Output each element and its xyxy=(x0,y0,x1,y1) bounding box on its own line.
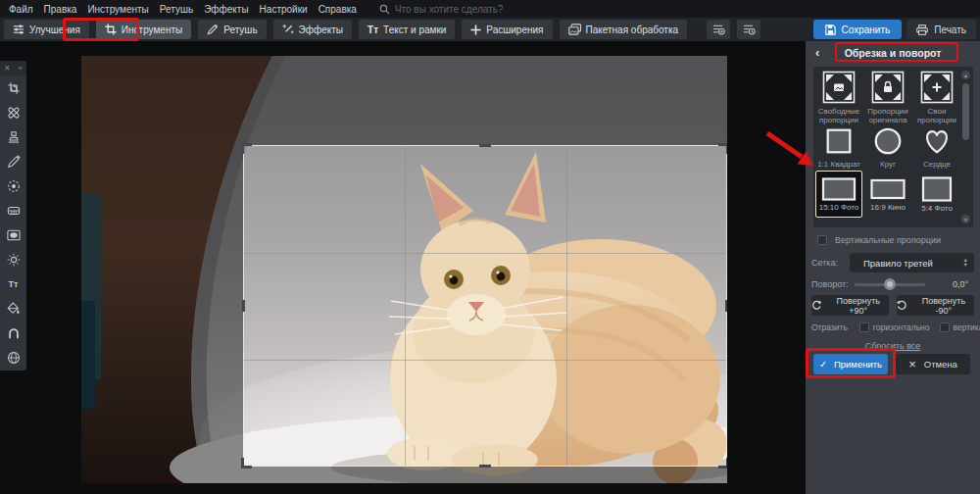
crop-handle-bottom-left[interactable] xyxy=(241,458,252,469)
scroll-thumb[interactable] xyxy=(962,83,969,140)
main-toolbar: Улучшения Инструменты Ретушь Эффекты Tт … xyxy=(0,18,980,41)
crop-icon xyxy=(105,24,117,35)
menu-effects[interactable]: Эффекты xyxy=(204,4,248,15)
tab-batch-processing[interactable]: Пакетная обработка xyxy=(560,20,688,39)
tool-text[interactable]: Tт xyxy=(0,272,26,296)
tool-brush[interactable] xyxy=(0,149,26,173)
preset-square[interactable]: 1:1 Квадрат xyxy=(814,125,863,171)
tool-red-eye[interactable] xyxy=(0,173,26,198)
preset-free-ratio[interactable]: Свободные пропорции xyxy=(814,71,863,125)
presets-add-icon xyxy=(712,24,725,35)
sidebar-header: ✕ « xyxy=(0,61,26,75)
crop-handle-top[interactable] xyxy=(479,144,491,147)
photo-canvas xyxy=(81,56,727,483)
preset-16-9-cinema[interactable]: 16:9 Кино xyxy=(864,171,911,218)
menu-tools[interactable]: Инструменты xyxy=(87,4,148,15)
rotate-cw-button[interactable]: Повернуть +90° xyxy=(811,295,889,316)
presets-add-icon-button[interactable] xyxy=(707,20,730,39)
circle-icon xyxy=(872,125,904,157)
tab-text-frames[interactable]: Tт Текст и рамки xyxy=(359,20,455,39)
flip-vertical-checkbox[interactable] xyxy=(940,322,950,332)
apply-button[interactable]: ✓ Применить xyxy=(813,354,888,374)
crop-handle-top-right[interactable] xyxy=(718,143,727,154)
tool-vignette[interactable] xyxy=(0,222,26,247)
red-eye-icon xyxy=(7,179,21,193)
presets-scrollbar[interactable]: ▲ ▼ xyxy=(961,71,970,223)
tab-label: Расширения xyxy=(486,25,543,35)
preset-custom-ratio[interactable]: Свои пропорции xyxy=(912,71,961,125)
brush-icon xyxy=(7,155,21,169)
brightness-icon xyxy=(7,253,21,267)
save-button[interactable]: Сохранить xyxy=(813,20,903,39)
tool-crop-rotate[interactable] xyxy=(0,75,26,100)
apply-label: Применить xyxy=(834,359,882,370)
collapse-icon[interactable]: « xyxy=(19,65,23,73)
crop-handle-top-left[interactable] xyxy=(241,143,252,154)
tab-retouch[interactable]: Ретушь xyxy=(198,20,266,39)
presets-history-icon-button[interactable] xyxy=(737,20,760,39)
tab-tools[interactable]: Инструменты xyxy=(96,20,191,39)
preset-5-4-photo[interactable]: 5:4 Фото xyxy=(913,171,960,218)
tools-sidebar: ✕ « Tт xyxy=(0,61,26,370)
menu-edit[interactable]: Правка xyxy=(44,4,77,15)
preset-label: Свободные пропорции xyxy=(814,107,863,124)
rect-16-9-icon xyxy=(870,177,906,201)
menu-retouch[interactable]: Ретушь xyxy=(160,4,193,15)
print-button[interactable]: Печать xyxy=(906,20,976,39)
grid-select[interactable]: Правило третей ▲▼ xyxy=(850,253,974,272)
menu-bar: Файл Правка Инструменты Ретушь Эффекты Н… xyxy=(0,0,980,18)
close-icon[interactable]: ✕ xyxy=(4,65,11,73)
flip-horizontal-checkbox[interactable] xyxy=(859,322,869,332)
menu-help[interactable]: Справка xyxy=(318,4,357,15)
tool-teeth-whitening[interactable] xyxy=(0,198,26,222)
preset-15-10-photo[interactable]: 15:10 Фото xyxy=(815,171,862,218)
tool-fill-bucket[interactable] xyxy=(0,296,26,321)
crop-selection[interactable] xyxy=(243,145,727,467)
plus-icon xyxy=(470,25,481,35)
crop-handle-bottom[interactable] xyxy=(479,465,491,468)
menu-settings[interactable]: Настройки xyxy=(260,4,308,15)
tool-clone-stamp[interactable] xyxy=(0,124,26,149)
grid-label: Сетка: xyxy=(811,258,838,268)
tab-label: Инструменты xyxy=(122,25,182,35)
tab-extensions[interactable]: Расширения xyxy=(462,20,552,39)
preset-original-ratio[interactable]: Пропорции оригинала xyxy=(863,71,912,125)
scroll-down-icon[interactable]: ▼ xyxy=(961,215,970,223)
preset-label: 15:10 Фото xyxy=(819,203,859,212)
tool-magnet[interactable] xyxy=(0,321,26,345)
preset-heart[interactable]: Сердце xyxy=(912,125,961,171)
tab-enhancements[interactable]: Улучшения xyxy=(4,20,89,39)
preset-circle[interactable]: Круг xyxy=(863,125,912,171)
rect-5-4-icon xyxy=(919,176,955,202)
scroll-up-icon[interactable]: ▲ xyxy=(961,71,970,79)
face-retouch-icon xyxy=(7,351,21,365)
crop-grid-line xyxy=(566,146,567,466)
rotation-label: Поворот: xyxy=(811,279,849,289)
crop-rotate-icon xyxy=(7,81,21,95)
tool-healing-patch[interactable] xyxy=(0,100,26,124)
clone-stamp-icon xyxy=(7,130,21,144)
tab-effects[interactable]: Эффекты xyxy=(273,20,352,39)
tab-label: Улучшения xyxy=(29,25,80,35)
rotate-ccw-button[interactable]: Повернуть -90° xyxy=(897,295,974,316)
presets-history-icon xyxy=(743,24,756,35)
vignette-icon xyxy=(7,228,21,242)
crop-handle-right[interactable] xyxy=(725,300,727,312)
vertical-proportions-checkbox[interactable] xyxy=(817,235,827,245)
tool-brightness[interactable] xyxy=(0,247,26,272)
tool-face-retouch[interactable] xyxy=(0,345,26,370)
cancel-button[interactable]: × Отмена xyxy=(896,354,970,374)
search-icon xyxy=(379,4,390,15)
menu-search[interactable] xyxy=(379,4,591,15)
crop-handle-bottom-right[interactable] xyxy=(718,458,727,469)
reset-all-link[interactable]: Сбросить все xyxy=(865,341,921,351)
menu-file[interactable]: Файл xyxy=(9,4,33,15)
crop-grid-line xyxy=(405,146,406,466)
rotation-slider-knob[interactable] xyxy=(884,278,896,290)
search-input[interactable] xyxy=(395,4,591,15)
tab-label: Пакетная обработка xyxy=(586,25,679,35)
save-label: Сохранить xyxy=(842,25,891,35)
crop-handle-left[interactable] xyxy=(242,300,245,312)
fill-bucket-icon xyxy=(7,302,21,316)
rotation-slider[interactable] xyxy=(855,283,925,286)
